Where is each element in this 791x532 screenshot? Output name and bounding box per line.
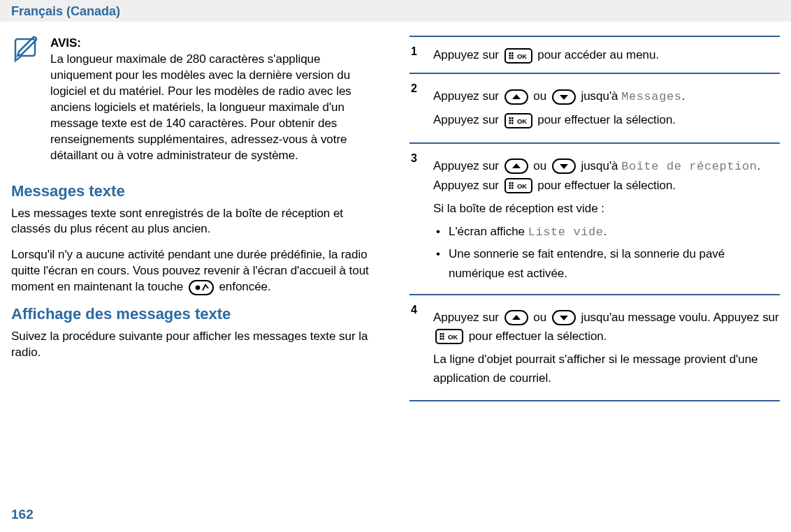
step-3: Appuyez sur ou jusqu'à Boîte de réceptio… [409,142,780,294]
bullet-empty-list: L'écran affiche Liste vide. [435,222,780,242]
menu-ok-button-icon [505,178,532,193]
section-title-messages: Messages texte [11,182,382,200]
step3-bullets: L'écran affiche Liste vide. Une sonnerie… [433,222,780,283]
up-button-icon [505,158,528,174]
menu-ok-button-icon [435,329,463,344]
language-header: Français (Canada) [0,0,791,22]
step4-note: La ligne d'objet pourrait s'afficher si … [433,350,780,387]
note-icon [13,36,40,164]
section1-p2: Lorsqu'il n'y a aucune activité pendant … [11,247,382,295]
menu-messages-label: Messages [621,90,681,103]
up-button-icon [505,310,528,325]
notice-body: AVIS: La longueur maximale de 280 caract… [50,36,382,164]
steps-list: Appuyez sur pour accéder au menu. Appuye… [409,36,780,401]
menu-ok-button-icon [505,113,532,128]
menu-inbox-label: Boîte de réception [621,160,757,173]
left-column: AVIS: La longueur maximale de 280 caract… [11,36,382,401]
menu-ok-button-icon [505,48,532,64]
step-2: Appuyez sur ou jusqu'à Messages. Appuyez… [409,73,780,142]
notice-block: AVIS: La longueur maximale de 280 caract… [11,36,382,164]
section2-p1: Suivez la procédure suivante pour affich… [11,329,382,361]
down-button-icon [552,310,576,325]
page-body: AVIS: La longueur maximale de 280 caract… [0,22,791,401]
step3-empty-intro: Si la boîte de réception est vide : [433,199,780,218]
step-1: Appuyez sur pour accéder au menu. [409,36,780,73]
page-number: 162 [11,507,34,522]
down-button-icon [552,89,576,105]
notice-text: La longueur maximale de 280 caractères s… [50,52,351,162]
home-button-icon [189,280,214,295]
section1-p1: Les messages texte sont enregistrés de l… [11,206,382,238]
section-title-display: Affichage des messages texte [11,305,382,323]
notice-title: AVIS: [50,36,81,50]
down-button-icon [552,158,576,174]
up-button-icon [505,89,528,105]
bullet-tone: Une sonnerie se fait entendre, si la son… [435,244,780,282]
language-label: Français (Canada) [11,4,120,18]
step-4: Appuyez sur ou jusqu'au message voulu. A… [409,294,780,402]
right-column: Appuyez sur pour accéder au menu. Appuye… [409,36,780,401]
